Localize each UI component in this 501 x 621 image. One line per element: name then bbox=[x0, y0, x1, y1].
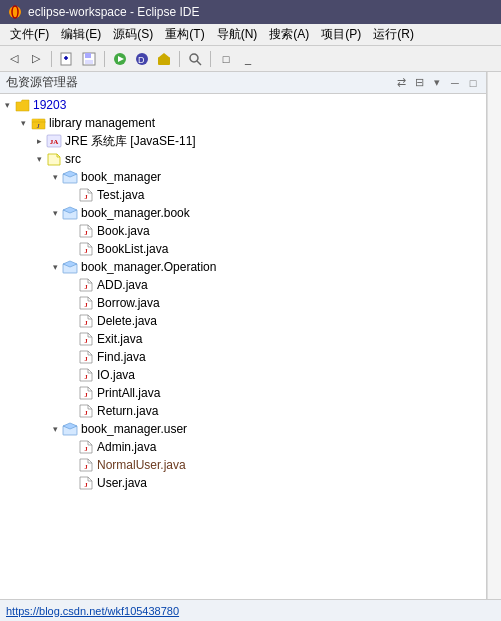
menu-item-R[interactable]: 运行(R) bbox=[367, 25, 420, 44]
collapse-icon[interactable]: ⊟ bbox=[412, 76, 426, 90]
tree-item-label: PrintAll.java bbox=[97, 386, 160, 400]
tree-item[interactable]: book_manager.Operation bbox=[0, 258, 486, 276]
menu-item-S[interactable]: 源码(S) bbox=[107, 25, 159, 44]
tree-item[interactable]: book_manager.book bbox=[0, 204, 486, 222]
tree-toggle[interactable] bbox=[16, 116, 30, 130]
eclipse-icon bbox=[8, 5, 22, 19]
svg-point-0 bbox=[9, 6, 21, 18]
tree-toggle[interactable] bbox=[48, 422, 62, 436]
tree-item[interactable]: J ADD.java bbox=[0, 276, 486, 294]
tree-toggle[interactable] bbox=[0, 98, 14, 112]
svg-text:J: J bbox=[84, 302, 87, 308]
panel-title: 包资源管理器 bbox=[6, 74, 78, 91]
tree-item[interactable]: 19203 bbox=[0, 96, 486, 114]
tree-item-label: src bbox=[65, 152, 81, 166]
tree-item[interactable]: src bbox=[0, 150, 486, 168]
tree-item[interactable]: J Delete.java bbox=[0, 312, 486, 330]
tree-toggle[interactable] bbox=[32, 152, 46, 166]
tree-item[interactable]: J Borrow.java bbox=[0, 294, 486, 312]
menu-icon[interactable]: ▾ bbox=[430, 76, 444, 90]
build-button[interactable] bbox=[154, 49, 174, 69]
svg-text:J: J bbox=[84, 248, 87, 254]
java-file-icon: J bbox=[78, 475, 94, 491]
tree-item-label: book_manager.Operation bbox=[81, 260, 216, 274]
minimize-view-icon[interactable]: ─ bbox=[448, 76, 462, 90]
tree-item-label: Borrow.java bbox=[97, 296, 160, 310]
tree-item[interactable]: J Exit.java bbox=[0, 330, 486, 348]
status-text[interactable]: https://blog.csdn.net/wkf105438780 bbox=[6, 605, 179, 617]
tree-item[interactable]: J Test.java bbox=[0, 186, 486, 204]
right-panel bbox=[487, 72, 501, 599]
tree-item[interactable]: J PrintAll.java bbox=[0, 384, 486, 402]
tree-item[interactable]: JA JRE 系统库 [JavaSE-11] bbox=[0, 132, 486, 150]
java-file-icon: J bbox=[78, 457, 94, 473]
tree-item[interactable]: J User.java bbox=[0, 474, 486, 492]
tree-item[interactable]: J Admin.java bbox=[0, 438, 486, 456]
tree-item[interactable]: J library management bbox=[0, 114, 486, 132]
tree-item[interactable]: J Find.java bbox=[0, 348, 486, 366]
menu-item-F[interactable]: 文件(F) bbox=[4, 25, 55, 44]
svg-text:J: J bbox=[84, 320, 87, 326]
package-explorer-panel: 包资源管理器 ⇄ ⊟ ▾ ─ □ 19203 J library managem… bbox=[0, 72, 487, 599]
svg-text:D: D bbox=[138, 55, 145, 65]
svg-text:J: J bbox=[84, 284, 87, 290]
java-file-icon: J bbox=[78, 277, 94, 293]
maximize-button[interactable]: □ bbox=[216, 49, 236, 69]
tree-item-label: Delete.java bbox=[97, 314, 157, 328]
menu-item-P[interactable]: 项目(P) bbox=[315, 25, 367, 44]
back-button[interactable]: ◁ bbox=[4, 49, 24, 69]
package-icon bbox=[62, 259, 78, 275]
tree-toggle[interactable] bbox=[48, 206, 62, 220]
java-file-icon: J bbox=[78, 295, 94, 311]
svg-text:J: J bbox=[84, 374, 87, 380]
svg-marker-13 bbox=[159, 53, 169, 57]
svg-rect-7 bbox=[85, 60, 93, 64]
svg-text:J: J bbox=[84, 446, 87, 452]
tree-item-label: book_manager.book bbox=[81, 206, 190, 220]
tree-toggle[interactable] bbox=[32, 134, 46, 148]
title-text: eclipse-workspace - Eclipse IDE bbox=[28, 5, 199, 19]
tree-item-label: Return.java bbox=[97, 404, 158, 418]
menu-bar: 文件(F)编辑(E)源码(S)重构(T)导航(N)搜索(A)项目(P)运行(R) bbox=[0, 24, 501, 46]
svg-text:JA: JA bbox=[50, 138, 59, 146]
toolbar-sep-2 bbox=[104, 51, 105, 67]
tree-item[interactable]: J BookList.java bbox=[0, 240, 486, 258]
java-file-icon: J bbox=[78, 187, 94, 203]
tree-item[interactable]: J Return.java bbox=[0, 402, 486, 420]
menu-item-T[interactable]: 重构(T) bbox=[159, 25, 210, 44]
minimize-button[interactable]: _ bbox=[238, 49, 258, 69]
tree-item-label: Admin.java bbox=[97, 440, 156, 454]
tree-item[interactable]: book_manager bbox=[0, 168, 486, 186]
tree-item[interactable]: J Book.java bbox=[0, 222, 486, 240]
maximize-view-icon[interactable]: □ bbox=[466, 76, 480, 90]
forward-button[interactable]: ▷ bbox=[26, 49, 46, 69]
tree-item[interactable]: J NormalUser.java bbox=[0, 456, 486, 474]
package-icon bbox=[62, 169, 78, 185]
menu-item-N[interactable]: 导航(N) bbox=[211, 25, 264, 44]
toolbar-sep-1 bbox=[51, 51, 52, 67]
tree-toggle[interactable] bbox=[48, 260, 62, 274]
java-file-icon: J bbox=[78, 313, 94, 329]
java-file-icon: J bbox=[78, 349, 94, 365]
sync-icon[interactable]: ⇄ bbox=[394, 76, 408, 90]
tree-toggle[interactable] bbox=[48, 170, 62, 184]
new-button[interactable] bbox=[57, 49, 77, 69]
menu-item-E[interactable]: 编辑(E) bbox=[55, 25, 107, 44]
toolbar: ◁ ▷ D □ _ bbox=[0, 46, 501, 72]
debug-button[interactable]: D bbox=[132, 49, 152, 69]
java-file-icon: J bbox=[78, 385, 94, 401]
save-button[interactable] bbox=[79, 49, 99, 69]
run-button[interactable] bbox=[110, 49, 130, 69]
toolbar-sep-3 bbox=[179, 51, 180, 67]
main-area: 包资源管理器 ⇄ ⊟ ▾ ─ □ 19203 J library managem… bbox=[0, 72, 501, 599]
panel-header-icons: ⇄ ⊟ ▾ ─ □ bbox=[394, 76, 480, 90]
tree-item[interactable]: book_manager.user bbox=[0, 420, 486, 438]
java-file-icon: J bbox=[78, 439, 94, 455]
jre-icon: JA bbox=[46, 133, 62, 149]
menu-item-A[interactable]: 搜索(A) bbox=[263, 25, 315, 44]
tree-item-label: JRE 系统库 [JavaSE-11] bbox=[65, 133, 196, 150]
search-button[interactable] bbox=[185, 49, 205, 69]
svg-text:J: J bbox=[84, 356, 87, 362]
tree-item[interactable]: J IO.java bbox=[0, 366, 486, 384]
tree-item-label: Find.java bbox=[97, 350, 146, 364]
